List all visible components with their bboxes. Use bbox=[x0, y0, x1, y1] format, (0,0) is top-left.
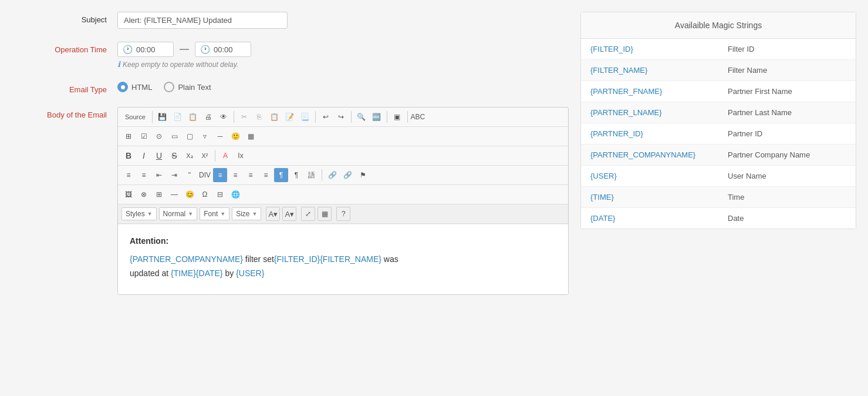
save-btn[interactable]: 💾 bbox=[156, 110, 170, 124]
magic-string-label: Filter Name bbox=[718, 60, 856, 81]
indent-dec-btn[interactable]: ⇤ bbox=[152, 168, 166, 182]
preview-btn[interactable]: 👁 bbox=[217, 110, 231, 124]
rtl-btn[interactable]: ¶ bbox=[289, 168, 303, 182]
table2-btn[interactable]: ⊞ bbox=[152, 187, 166, 202]
flash-btn[interactable]: ⊗ bbox=[137, 187, 151, 202]
sep5 bbox=[387, 111, 387, 123]
iframe2-btn[interactable]: 🌐 bbox=[228, 187, 242, 202]
language-btn[interactable]: 語 bbox=[305, 168, 319, 182]
ltr-btn[interactable]: ¶ bbox=[274, 168, 288, 182]
select-btn[interactable]: ▿ bbox=[198, 129, 212, 143]
start-time-wrapper: 🕐 bbox=[117, 42, 174, 57]
source-btn[interactable]: Source bbox=[121, 110, 149, 124]
magic-string-row: {PARTNER_ID} Partner ID bbox=[581, 123, 856, 145]
bold-btn[interactable]: B bbox=[121, 149, 136, 163]
redo-btn[interactable]: ↪ bbox=[334, 110, 348, 124]
email-type-html-option[interactable]: HTML bbox=[117, 82, 152, 92]
maximize-btn[interactable]: ⤢ bbox=[301, 207, 315, 221]
start-time-input[interactable] bbox=[136, 45, 168, 54]
unordered-list-btn[interactable]: ≡ bbox=[137, 168, 151, 182]
link-btn[interactable]: 🔗 bbox=[325, 168, 339, 182]
table-btn[interactable]: ⊞ bbox=[121, 129, 136, 143]
image-btn[interactable]: 🖼 bbox=[121, 187, 136, 202]
editor-body[interactable]: Attention: {PARTNER_COMPANYNAME} filter … bbox=[118, 224, 568, 294]
help-btn[interactable]: ? bbox=[336, 207, 350, 221]
div-btn[interactable]: DIV bbox=[198, 168, 212, 182]
templates-btn[interactable]: 📋 bbox=[186, 110, 200, 124]
html-radio[interactable] bbox=[117, 82, 128, 92]
end-time-input[interactable] bbox=[214, 45, 246, 54]
print-btn[interactable]: 🖨 bbox=[201, 110, 215, 124]
select-all-btn[interactable]: ▣ bbox=[390, 110, 404, 124]
subject-input[interactable] bbox=[117, 12, 288, 29]
iframe-btn[interactable]: ▦ bbox=[244, 129, 258, 143]
size-dropdown[interactable]: Size ▼ bbox=[232, 207, 261, 220]
show-blocks-btn[interactable]: ▦ bbox=[318, 207, 332, 221]
blockquote-btn[interactable]: " bbox=[183, 168, 197, 182]
unlink-btn[interactable]: 🔗 bbox=[340, 168, 354, 182]
paste-word-btn[interactable]: 📃 bbox=[298, 110, 312, 124]
new-btn[interactable]: 📄 bbox=[171, 110, 185, 124]
copy-btn[interactable]: ⎘ bbox=[252, 110, 266, 124]
textarea-btn[interactable]: ▢ bbox=[183, 129, 197, 143]
magic-string-label: Date bbox=[718, 208, 856, 229]
emoji-btn[interactable]: 😊 bbox=[183, 187, 197, 202]
magic-string-key[interactable]: {USER} bbox=[581, 166, 718, 187]
email-type-plaintext-option[interactable]: Plain Text bbox=[164, 82, 211, 92]
paste-text-btn[interactable]: 📝 bbox=[283, 110, 297, 124]
align-left-btn[interactable]: ≡ bbox=[213, 168, 227, 182]
magic-string-key[interactable]: {FILTER_NAME} bbox=[581, 60, 718, 81]
magic-string-key[interactable]: {PARTNER_FNAME} bbox=[581, 81, 718, 102]
hline-btn[interactable]: ─ bbox=[213, 129, 227, 143]
normal-label: Normal bbox=[163, 210, 186, 218]
superscript-btn[interactable]: X² bbox=[198, 149, 212, 163]
align-center-btn[interactable]: ≡ bbox=[228, 168, 242, 182]
magic-string-label: Partner Last Name bbox=[718, 102, 856, 123]
ordered-list-btn[interactable]: ≡ bbox=[121, 168, 136, 182]
magic-string-key[interactable]: {FILTER_ID} bbox=[581, 39, 718, 60]
magic-string-key[interactable]: {PARTNER_LNAME} bbox=[581, 102, 718, 123]
clock-icon-start: 🕐 bbox=[123, 45, 133, 54]
magic-string-key[interactable]: {DATE} bbox=[581, 208, 718, 229]
normal-dropdown[interactable]: Normal ▼ bbox=[159, 207, 198, 220]
removeformat-btn[interactable]: Ix bbox=[234, 149, 248, 163]
undo-btn[interactable]: ↩ bbox=[319, 110, 333, 124]
bgcolor-btn[interactable]: A▾ bbox=[282, 207, 296, 221]
magic-string-key[interactable]: {TIME} bbox=[581, 187, 718, 208]
smiley-btn[interactable]: 🙂 bbox=[228, 129, 242, 143]
magic-string-key[interactable]: {PARTNER_COMPANYNAME} bbox=[581, 145, 718, 166]
magic-string-key[interactable]: {PARTNER_ID} bbox=[581, 123, 718, 145]
size-label: Size bbox=[236, 210, 249, 218]
textfield-btn[interactable]: ▭ bbox=[167, 129, 181, 143]
font-dropdown[interactable]: Font ▼ bbox=[200, 207, 229, 220]
find-replace-btn[interactable]: 🔤 bbox=[370, 110, 384, 124]
align-justify-btn[interactable]: ≡ bbox=[259, 168, 273, 182]
sep3 bbox=[315, 111, 316, 123]
plaintext-radio[interactable] bbox=[164, 82, 174, 92]
pagebreak-btn[interactable]: ⊟ bbox=[213, 187, 227, 202]
anchor-btn[interactable]: ⚑ bbox=[356, 168, 370, 182]
subscript-btn[interactable]: X₂ bbox=[183, 149, 197, 163]
strikethrough-btn[interactable]: S bbox=[167, 149, 181, 163]
indent-inc-btn[interactable]: ⇥ bbox=[167, 168, 181, 182]
checkbox-btn[interactable]: ☑ bbox=[137, 129, 151, 143]
italic-btn[interactable]: I bbox=[137, 149, 151, 163]
find-btn[interactable]: 🔍 bbox=[354, 110, 369, 124]
hline2-btn[interactable]: — bbox=[167, 187, 181, 202]
spellcheck-btn[interactable]: ABC bbox=[411, 110, 425, 124]
toolbar-row-2: ⊞ ☑ ⊙ ▭ ▢ ▿ ─ 🙂 ▦ bbox=[118, 127, 568, 146]
operation-time-label: Operation Time bbox=[12, 42, 117, 54]
cut-btn[interactable]: ✂ bbox=[237, 110, 251, 124]
textcolor-btn[interactable]: A bbox=[218, 149, 232, 163]
sep6 bbox=[407, 111, 408, 123]
align-right-btn[interactable]: ≡ bbox=[244, 168, 258, 182]
magic-string-label: User Name bbox=[718, 166, 856, 187]
subject-label: Subject bbox=[12, 12, 117, 24]
body-label: Body of the Email bbox=[12, 107, 117, 119]
paste-btn[interactable]: 📋 bbox=[268, 110, 282, 124]
underline-btn[interactable]: U bbox=[152, 149, 166, 163]
special-char-btn[interactable]: Ω bbox=[198, 187, 212, 202]
radio-btn[interactable]: ⊙ bbox=[152, 129, 166, 143]
font-color-btn[interactable]: A▾ bbox=[266, 207, 280, 221]
styles-dropdown[interactable]: Styles ▼ bbox=[121, 207, 157, 220]
